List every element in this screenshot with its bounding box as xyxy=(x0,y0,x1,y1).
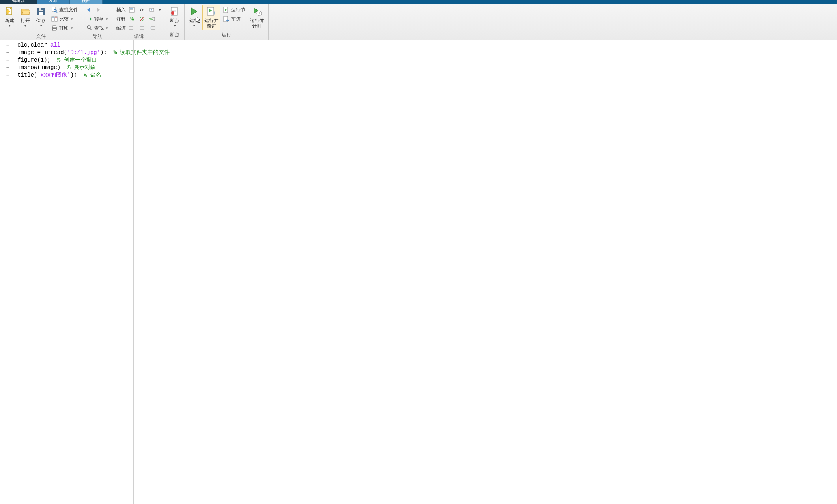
insert-fx-button[interactable]: fx xyxy=(138,6,146,14)
run-advance-icon xyxy=(206,6,217,17)
code-line[interactable]: imshow(image) % 展示对象 xyxy=(16,64,837,71)
indent-row: 缩进 xyxy=(114,24,163,32)
chevron-down-icon: ▾ xyxy=(71,17,73,21)
find-label: 查找 xyxy=(94,25,104,32)
advance-button[interactable]: 前进 xyxy=(221,15,247,23)
find-button[interactable]: 查找 ▾ xyxy=(84,24,110,32)
group-run: 运行 ▾ 运行并 前进 运行节 xyxy=(185,4,269,40)
code-line[interactable]: image = imread('D:/1.jpg'); % 读取文件夹中的文件 xyxy=(16,49,837,56)
tab-editor[interactable]: 编辑器 xyxy=(0,0,37,4)
chevron-down-icon: ▾ xyxy=(9,24,11,28)
svg-line-17 xyxy=(90,28,92,30)
open-button[interactable]: 打开 ▾ xyxy=(18,5,33,29)
run-time-button[interactable]: 运行并 计时 xyxy=(248,5,266,30)
breakpoint-icon xyxy=(169,6,180,17)
nav-forward-button[interactable] xyxy=(94,6,103,14)
tab-publish[interactable]: 发布 xyxy=(37,0,70,4)
open-folder-icon xyxy=(20,6,31,17)
new-label: 新建 xyxy=(5,18,14,23)
comment-label: 注释 xyxy=(116,16,126,22)
svg-rect-4 xyxy=(41,8,43,10)
save-button[interactable]: 保存 ▾ xyxy=(34,5,49,29)
insert-var-button[interactable]: x xyxy=(148,6,157,14)
code-line[interactable]: clc,clear all xyxy=(16,41,837,49)
chevron-down-icon: ▾ xyxy=(193,24,195,28)
svg-rect-14 xyxy=(53,26,56,28)
gutter-mark[interactable]: − xyxy=(0,64,16,71)
goto-icon xyxy=(86,16,93,22)
svg-text:%: % xyxy=(149,17,153,21)
title-bar: 编辑器 发布 视图 xyxy=(0,0,837,4)
comment-wrap-button[interactable]: % xyxy=(148,15,157,23)
find-files-label: 查找文件 xyxy=(59,7,78,13)
editor-gutter: −−−−− xyxy=(0,40,16,504)
group-breakpoint: 断点 ▾ 断点 xyxy=(165,4,185,40)
run-button[interactable]: 运行 ▾ xyxy=(187,5,202,29)
ribbon: 新建 ▾ 打开 ▾ 保存 ▾ xyxy=(0,4,837,40)
comment-add-button[interactable]: % xyxy=(127,15,136,23)
run-advance-button[interactable]: 运行并 前进 xyxy=(202,5,220,30)
insert-row: 插入 fx x ▾ xyxy=(114,6,163,14)
group-label-breakpoint: 断点 xyxy=(167,31,182,40)
indent-increase-button[interactable] xyxy=(138,24,146,32)
group-file: 新建 ▾ 打开 ▾ 保存 ▾ xyxy=(0,4,82,40)
arrow-right-icon xyxy=(95,7,101,13)
code-pane[interactable]: clc,clear allimage = imread('D:/1.jpg');… xyxy=(16,40,837,504)
gutter-mark[interactable]: − xyxy=(0,71,16,79)
chevron-down-icon: ▾ xyxy=(71,26,73,30)
svg-rect-5 xyxy=(39,12,43,15)
code-line[interactable]: title('xxx的图像'); % 命名 xyxy=(16,71,837,79)
print-icon xyxy=(51,25,58,31)
insert-label: 插入 xyxy=(116,7,126,13)
compare-label: 比较 xyxy=(59,16,69,22)
new-file-icon xyxy=(4,6,15,17)
code-line[interactable]: figure(1); % 创建一个窗口 xyxy=(16,56,837,64)
svg-rect-15 xyxy=(53,29,56,31)
tab-view[interactable]: 视图 xyxy=(70,0,103,4)
svg-rect-42 xyxy=(224,16,228,22)
save-icon xyxy=(35,6,47,17)
advance-icon xyxy=(223,16,230,22)
svg-point-16 xyxy=(87,26,90,29)
new-button[interactable]: 新建 ▾ xyxy=(2,5,17,29)
open-label: 打开 xyxy=(21,18,30,23)
svg-rect-9 xyxy=(52,17,54,21)
run-advance-label: 运行并 前进 xyxy=(204,18,219,29)
editor-area: −−−−− clc,clear allimage = imread('D:/1.… xyxy=(0,40,837,504)
nav-back-button[interactable] xyxy=(84,6,93,14)
chevron-down-icon: ▾ xyxy=(24,24,26,28)
svg-rect-3 xyxy=(39,8,43,11)
gutter-mark[interactable]: − xyxy=(0,49,16,56)
run-time-label: 运行并 计时 xyxy=(250,18,264,29)
svg-text:x: x xyxy=(151,8,152,11)
find-files-icon xyxy=(51,7,58,13)
gutter-mark[interactable]: − xyxy=(0,41,16,49)
search-icon xyxy=(86,25,93,31)
run-section-button[interactable]: 运行节 xyxy=(221,6,247,14)
svg-line-8 xyxy=(56,11,57,13)
advance-label: 前进 xyxy=(231,16,241,22)
insert-section-button[interactable] xyxy=(127,6,136,14)
chevron-down-icon: ▾ xyxy=(159,8,161,12)
tab-strip: 编辑器 发布 视图 xyxy=(0,0,103,4)
chevron-down-icon: ▾ xyxy=(174,24,176,28)
indent-decrease-button[interactable] xyxy=(148,24,157,32)
run-label: 运行 xyxy=(189,18,199,23)
indent-smart-button[interactable] xyxy=(127,24,136,32)
breakpoint-button[interactable]: 断点 ▾ xyxy=(167,5,182,29)
run-section-label: 运行节 xyxy=(231,7,245,13)
group-nav: 转至 ▾ 查找 ▾ 导航 xyxy=(82,4,112,40)
svg-point-39 xyxy=(171,11,174,15)
comment-row: 注释 % % % xyxy=(114,15,163,23)
print-button[interactable]: 打印 ▾ xyxy=(49,24,80,32)
chevron-down-icon: ▾ xyxy=(40,24,42,28)
save-label: 保存 xyxy=(36,18,46,23)
compare-button[interactable]: 比较 ▾ xyxy=(49,15,80,23)
find-files-button[interactable]: 查找文件 xyxy=(49,6,80,14)
comment-remove-button[interactable]: % xyxy=(138,15,146,23)
gutter-mark[interactable]: − xyxy=(0,56,16,64)
goto-button[interactable]: 转至 ▾ xyxy=(84,15,110,23)
group-label-run: 运行 xyxy=(187,31,266,40)
svg-rect-10 xyxy=(55,17,57,21)
indent-label: 缩进 xyxy=(116,25,126,32)
